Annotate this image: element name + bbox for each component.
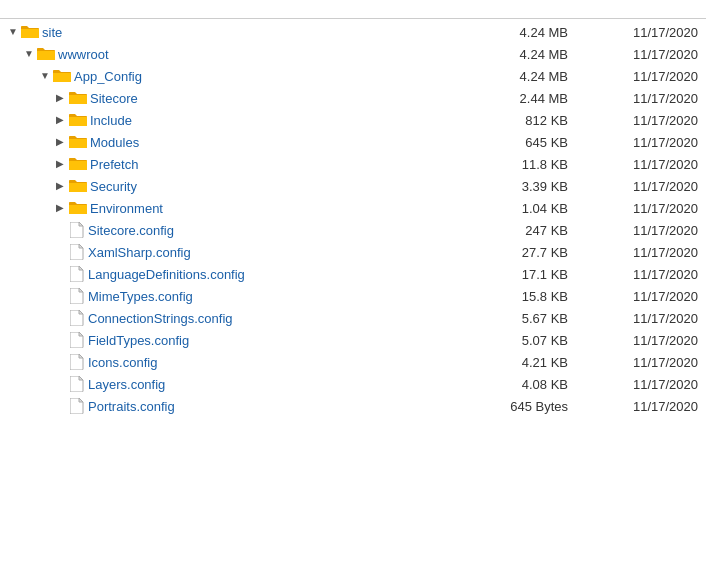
file-icon [69, 222, 85, 238]
folder-name[interactable]: Modules [90, 135, 139, 150]
folder-name[interactable]: Environment [90, 201, 163, 216]
file-icon [69, 354, 85, 370]
file-icon [69, 376, 85, 392]
table-row: ▼ wwwroot 4.24 MB11/17/2020 [0, 43, 706, 65]
table-row: Layers.config 4.08 KB11/17/2020 [0, 373, 706, 395]
file-name[interactable]: FieldTypes.config [88, 333, 189, 348]
file-date: 11/17/2020 [568, 113, 698, 128]
file-size: 645 KB [468, 135, 568, 150]
toggle-icon[interactable]: ▶ [56, 115, 66, 125]
file-icon [69, 288, 85, 304]
table-row: ▶ Security 3.39 KB11/17/2020 [0, 175, 706, 197]
file-name[interactable]: Layers.config [88, 377, 165, 392]
file-size: 2.44 MB [468, 91, 568, 106]
folder-icon [69, 201, 87, 215]
file-size: 1.04 KB [468, 201, 568, 216]
toggle-icon[interactable]: ▶ [56, 181, 66, 191]
file-icon [69, 398, 85, 414]
file-date: 11/17/2020 [568, 69, 698, 84]
table-row: ▶ Sitecore 2.44 MB11/17/2020 [0, 87, 706, 109]
toggle-icon[interactable]: ▶ [56, 93, 66, 103]
folder-icon [37, 47, 55, 61]
file-date: 11/17/2020 [568, 91, 698, 106]
toggle-icon[interactable]: ▼ [24, 49, 34, 59]
table-row: Portraits.config 645 Bytes11/17/2020 [0, 395, 706, 417]
toggle-icon[interactable]: ▶ [56, 203, 66, 213]
file-date: 11/17/2020 [568, 25, 698, 40]
file-date: 11/17/2020 [568, 377, 698, 392]
file-name[interactable]: LanguageDefinitions.config [88, 267, 245, 282]
folder-name[interactable]: Security [90, 179, 137, 194]
file-size: 17.1 KB [468, 267, 568, 282]
file-size: 5.07 KB [468, 333, 568, 348]
file-size: 5.67 KB [468, 311, 568, 326]
file-date: 11/17/2020 [568, 201, 698, 216]
file-name[interactable]: MimeTypes.config [88, 289, 193, 304]
table-row: MimeTypes.config 15.8 KB11/17/2020 [0, 285, 706, 307]
file-size: 4.24 MB [468, 69, 568, 84]
table-row: ▼ App_Config 4.24 MB11/17/2020 [0, 65, 706, 87]
file-date: 11/17/2020 [568, 245, 698, 260]
file-icon [69, 244, 85, 260]
table-header [0, 8, 706, 19]
file-icon [69, 310, 85, 326]
file-name[interactable]: Portraits.config [88, 399, 175, 414]
rows-container: ▼ site 4.24 MB11/17/2020 ▼ wwwroot 4.24 … [0, 21, 706, 417]
folder-name[interactable]: Prefetch [90, 157, 138, 172]
file-date: 11/17/2020 [568, 355, 698, 370]
file-size: 3.39 KB [468, 179, 568, 194]
file-size: 812 KB [468, 113, 568, 128]
file-size: 27.7 KB [468, 245, 568, 260]
file-size: 4.24 MB [468, 47, 568, 62]
file-size: 11.8 KB [468, 157, 568, 172]
file-size: 4.21 KB [468, 355, 568, 370]
file-date: 11/17/2020 [568, 267, 698, 282]
folder-icon [69, 157, 87, 171]
file-date: 11/17/2020 [568, 47, 698, 62]
file-date: 11/17/2020 [568, 311, 698, 326]
folder-name[interactable]: Sitecore [90, 91, 138, 106]
table-row: ConnectionStrings.config 5.67 KB11/17/20… [0, 307, 706, 329]
file-name[interactable]: XamlSharp.config [88, 245, 191, 260]
folder-icon [69, 179, 87, 193]
file-size: 247 KB [468, 223, 568, 238]
file-size: 4.08 KB [468, 377, 568, 392]
table-row: ▼ site 4.24 MB11/17/2020 [0, 21, 706, 43]
toggle-icon[interactable]: ▼ [8, 27, 18, 37]
folder-icon [53, 69, 71, 83]
table-row: ▶ Include 812 KB11/17/2020 [0, 109, 706, 131]
folder-name[interactable]: wwwroot [58, 47, 109, 62]
folder-icon [21, 25, 39, 39]
file-date: 11/17/2020 [568, 179, 698, 194]
table-row: LanguageDefinitions.config 17.1 KB11/17/… [0, 263, 706, 285]
toggle-icon[interactable]: ▶ [56, 137, 66, 147]
file-icon [69, 266, 85, 282]
file-name[interactable]: Sitecore.config [88, 223, 174, 238]
table-row: ▶ Environment 1.04 KB11/17/2020 [0, 197, 706, 219]
file-date: 11/17/2020 [568, 289, 698, 304]
toggle-icon[interactable]: ▶ [56, 159, 66, 169]
file-date: 11/17/2020 [568, 333, 698, 348]
file-size: 4.24 MB [468, 25, 568, 40]
file-size: 15.8 KB [468, 289, 568, 304]
file-size: 645 Bytes [468, 399, 568, 414]
table-row: ▶ Prefetch 11.8 KB11/17/2020 [0, 153, 706, 175]
file-date: 11/17/2020 [568, 135, 698, 150]
folder-name[interactable]: site [42, 25, 62, 40]
folder-name[interactable]: App_Config [74, 69, 142, 84]
folder-icon [69, 91, 87, 105]
file-name[interactable]: ConnectionStrings.config [88, 311, 233, 326]
table-row: XamlSharp.config 27.7 KB11/17/2020 [0, 241, 706, 263]
folder-name[interactable]: Include [90, 113, 132, 128]
file-date: 11/17/2020 [568, 223, 698, 238]
table-row: Sitecore.config 247 KB11/17/2020 [0, 219, 706, 241]
toggle-icon[interactable]: ▼ [40, 71, 50, 81]
file-date: 11/17/2020 [568, 399, 698, 414]
table-row: ▶ Modules 645 KB11/17/2020 [0, 131, 706, 153]
folder-icon [69, 135, 87, 149]
folder-icon [69, 113, 87, 127]
file-explorer: ▼ site 4.24 MB11/17/2020 ▼ wwwroot 4.24 … [0, 0, 706, 569]
file-icon [69, 332, 85, 348]
file-name[interactable]: Icons.config [88, 355, 157, 370]
file-date: 11/17/2020 [568, 157, 698, 172]
